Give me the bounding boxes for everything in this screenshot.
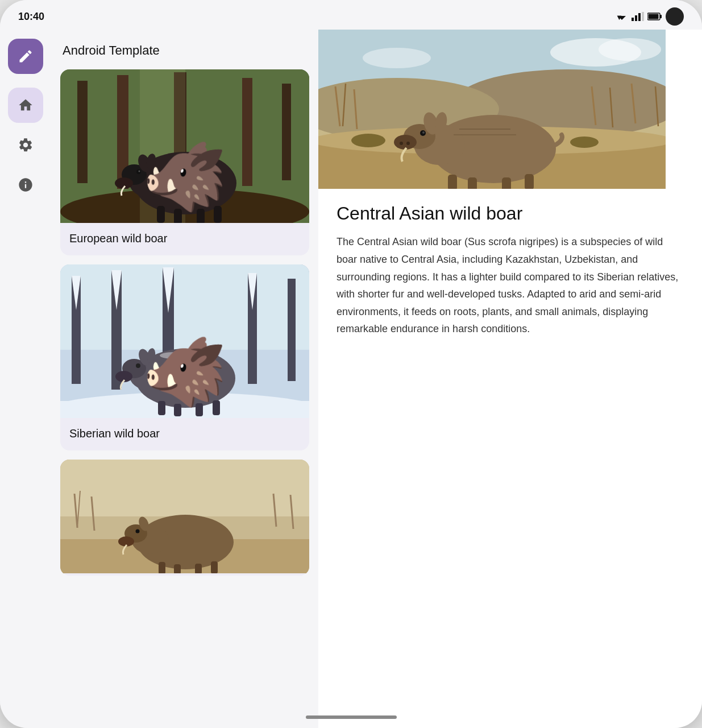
svg-rect-6 [642, 12, 644, 21]
nav-item-info[interactable] [8, 167, 43, 202]
svg-rect-69 [195, 564, 202, 573]
svg-rect-47 [174, 404, 181, 416]
svg-point-29 [146, 153, 157, 170]
svg-rect-68 [174, 564, 181, 573]
svg-rect-15 [282, 84, 291, 180]
detail-panel: Central Asian wild boar The Central Asia… [318, 30, 702, 728]
list-item-european[interactable]: European wild boar [60, 69, 309, 255]
svg-rect-4 [635, 15, 637, 21]
svg-point-43 [135, 349, 235, 408]
status-icons: ▼ [616, 7, 684, 26]
svg-point-78 [363, 48, 431, 68]
svg-rect-99 [502, 177, 511, 189]
svg-point-27 [139, 171, 140, 172]
svg-rect-17 [140, 69, 185, 223]
european-boar-image [60, 69, 309, 223]
svg-rect-67 [159, 562, 165, 573]
svg-rect-48 [196, 403, 203, 416]
svg-rect-40 [288, 279, 296, 381]
content-area: Android Template [51, 30, 702, 728]
svg-rect-11 [77, 81, 88, 183]
central-asian-boar-image-list [60, 460, 309, 576]
device-frame: 10:40 ▼ [0, 0, 702, 728]
svg-rect-98 [468, 177, 477, 189]
app-layout: Android Template [0, 30, 702, 728]
home-indicator [306, 715, 397, 719]
siberian-boar-image [60, 264, 309, 418]
svg-point-101 [394, 135, 417, 150]
nav-rail [0, 30, 51, 728]
svg-rect-3 [632, 18, 634, 21]
wifi-icon: ▼ [616, 12, 628, 21]
svg-point-51 [136, 363, 140, 368]
svg-point-72 [136, 530, 140, 533]
svg-point-54 [174, 348, 219, 357]
svg-rect-70 [211, 561, 218, 573]
svg-rect-31 [60, 264, 309, 350]
svg-point-90 [351, 134, 385, 147]
svg-rect-8 [660, 15, 662, 18]
detail-description: The Central Asian wild boar (Sus scrofa … [337, 233, 684, 338]
nav-item-home[interactable] [8, 88, 43, 123]
svg-point-55 [160, 352, 188, 359]
svg-rect-100 [525, 174, 534, 189]
svg-rect-9 [649, 14, 659, 19]
svg-point-105 [422, 131, 425, 134]
svg-point-103 [406, 142, 410, 145]
svg-point-91 [570, 136, 599, 148]
svg-rect-24 [214, 206, 222, 223]
app-title: Android Template [60, 34, 309, 69]
svg-rect-23 [197, 209, 205, 223]
svg-rect-21 [157, 206, 165, 223]
signal-icon [632, 12, 644, 21]
nav-item-settings[interactable] [8, 127, 43, 163]
detail-image-container [318, 30, 666, 189]
battery-icon [647, 13, 662, 20]
list-panel: Android Template [51, 30, 318, 728]
svg-rect-49 [213, 400, 220, 415]
user-avatar [666, 7, 684, 26]
status-time: 10:40 [18, 11, 44, 23]
detail-title: Central Asian wild boar [337, 202, 684, 224]
status-bar: 10:40 ▼ [0, 0, 702, 30]
svg-point-102 [400, 142, 403, 145]
svg-rect-14 [242, 78, 252, 186]
svg-rect-57 [60, 460, 309, 516]
svg-rect-22 [174, 209, 182, 223]
svg-rect-46 [158, 401, 165, 415]
list-item-central-asian[interactable] [60, 460, 309, 576]
svg-point-18 [134, 152, 236, 214]
svg-rect-97 [448, 175, 457, 189]
siberian-boar-label: Siberian wild boar [60, 418, 309, 450]
european-boar-label: European wild boar [60, 223, 309, 255]
svg-point-53 [146, 348, 156, 363]
list-item-siberian[interactable]: Siberian wild boar [60, 264, 309, 450]
svg-text:▼: ▼ [616, 13, 623, 21]
svg-rect-5 [638, 13, 641, 21]
edit-fab[interactable] [8, 39, 43, 74]
svg-point-77 [599, 38, 661, 61]
svg-rect-42 [60, 401, 309, 418]
